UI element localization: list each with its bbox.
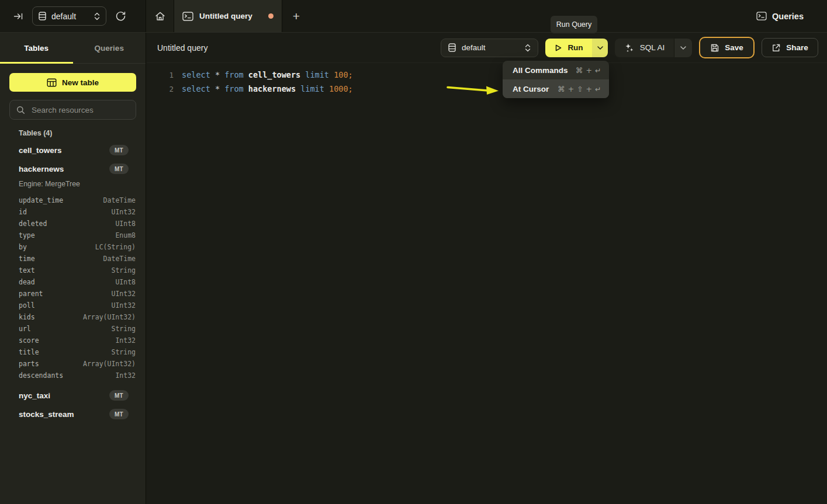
column-row: update_timeDateTime xyxy=(0,194,146,206)
search-box[interactable] xyxy=(9,100,136,120)
column-row: deadUInt8 xyxy=(0,276,146,288)
column-type: LC(String) xyxy=(95,243,136,251)
tab-home[interactable] xyxy=(146,0,174,32)
terminal-icon xyxy=(182,12,193,21)
column-row: typeEnum8 xyxy=(0,230,146,241)
share-button[interactable]: Share xyxy=(762,38,818,57)
column-row: timeDateTime xyxy=(0,253,146,265)
sidebar-tabs: TablesQueries xyxy=(0,33,146,64)
table-name: stocks_stream xyxy=(19,410,74,419)
column-name: update_time xyxy=(19,196,63,204)
run-menu-item-at-cursor[interactable]: At Cursor⌘ + ⇧ + ↵ xyxy=(503,79,609,98)
save-icon xyxy=(710,43,719,53)
column-row: idUInt32 xyxy=(0,206,146,218)
search-input[interactable] xyxy=(30,105,129,115)
queries-button[interactable]: Queries xyxy=(772,12,804,21)
topbar-left-section: default xyxy=(0,0,146,32)
table-item-hackernews[interactable]: hackernewsMT xyxy=(0,159,146,178)
menu-item-shortcut: ⌘ + ↵ xyxy=(576,66,601,75)
column-type: Array(UInt32) xyxy=(83,313,136,321)
column-row: urlString xyxy=(0,323,146,335)
table-item-nyc_taxi[interactable]: nyc_taxiMT xyxy=(0,386,146,405)
database-selector-top[interactable]: default xyxy=(32,6,106,26)
table-item-cell_towers[interactable]: cell_towersMT xyxy=(0,141,146,159)
main-panel: Untitled query default xyxy=(147,33,827,504)
new-table-button[interactable]: New table xyxy=(9,73,136,92)
column-name: title xyxy=(19,348,39,356)
token-op: * xyxy=(215,70,224,79)
column-type: Enum8 xyxy=(115,231,136,239)
run-options-chevron[interactable] xyxy=(592,39,608,57)
menu-item-label: All Commands xyxy=(513,66,568,75)
sidebar-tab-queries[interactable]: Queries xyxy=(73,33,146,63)
code-text: select * from cell_towers limit 100; xyxy=(182,70,353,79)
token-kw: from xyxy=(224,84,248,93)
column-type: String xyxy=(111,325,136,333)
token-kw: limit xyxy=(300,84,329,93)
save-button[interactable]: Save xyxy=(699,37,755,58)
column-row: partsArray(UInt32) xyxy=(0,358,146,370)
table-item-stocks_stream[interactable]: stocks_streamMT xyxy=(0,405,146,423)
column-name: descendants xyxy=(19,371,63,380)
column-type: UInt8 xyxy=(115,278,136,286)
tables-section-header: Tables (4) xyxy=(19,129,146,138)
tab-untitled-query[interactable]: Untitled query xyxy=(174,0,282,32)
new-tab-button[interactable]: + xyxy=(282,0,310,32)
engine-label: Engine: MergeTree xyxy=(0,178,146,190)
token-pun: ; xyxy=(348,70,353,79)
token-tbl: cell_towers xyxy=(248,70,306,79)
engine-badge: MT xyxy=(109,164,129,174)
app-root: default Untitled query + xyxy=(0,0,827,504)
refresh-icon[interactable] xyxy=(115,11,126,22)
sql-ai-chevron[interactable] xyxy=(674,39,692,57)
token-kw: select xyxy=(182,84,215,93)
sidebar-collapse-icon[interactable] xyxy=(13,11,23,22)
queries-icon xyxy=(756,12,767,20)
active-tab-underline xyxy=(0,62,73,64)
column-name: url xyxy=(19,325,31,333)
search-icon xyxy=(16,106,25,114)
sql-ai-button[interactable]: SQL AI xyxy=(615,39,674,57)
token-tbl: hackernews xyxy=(248,84,300,93)
run-menu-item-all-commands[interactable]: All Commands⌘ + ↵ xyxy=(503,61,609,79)
line-number: 2 xyxy=(158,85,174,93)
column-type: Array(UInt32) xyxy=(83,360,136,368)
run-query-tooltip: Run Query xyxy=(551,16,597,33)
resource-list: cell_towersMThackernewsMTEngine: MergeTr… xyxy=(0,141,146,423)
topbar-right-section: Queries xyxy=(756,0,827,32)
sidebar-tab-tables[interactable]: Tables xyxy=(0,33,73,63)
column-name: id xyxy=(19,208,27,216)
column-name: time xyxy=(19,255,35,263)
engine-badge: MT xyxy=(109,409,129,419)
run-menu: All Commands⌘ + ↵At Cursor⌘ + ⇧ + ↵ xyxy=(503,61,609,98)
column-type: UInt32 xyxy=(111,208,136,216)
column-name: parts xyxy=(19,360,39,368)
sidebar: TablesQueries New table Tables (4) cell_… xyxy=(0,33,146,504)
table-name: hackernews xyxy=(19,165,64,173)
unsaved-indicator-dot xyxy=(268,13,274,19)
column-name: poll xyxy=(19,301,35,310)
save-label: Save xyxy=(725,43,743,52)
editor-toolbar: Untitled query default xyxy=(147,33,827,63)
table-name: nyc_taxi xyxy=(19,391,50,400)
column-type: Int32 xyxy=(115,371,136,380)
token-kw: select xyxy=(182,70,215,79)
column-row: scoreInt32 xyxy=(0,335,146,346)
run-button[interactable]: Run xyxy=(545,39,592,57)
line-number: 1 xyxy=(158,71,174,79)
token-num: 100 xyxy=(334,70,348,79)
token-num: 1000 xyxy=(329,84,348,93)
column-row: textString xyxy=(0,265,146,276)
token-pun: ; xyxy=(348,84,353,93)
table-name: cell_towers xyxy=(19,146,62,155)
database-selector-toolbar[interactable]: default xyxy=(441,39,538,57)
new-table-label: New table xyxy=(62,78,99,87)
column-name: by xyxy=(19,243,27,251)
column-type: String xyxy=(111,266,136,274)
token-kw: from xyxy=(224,70,248,79)
menu-item-shortcut: ⌘ + ⇧ + ↵ xyxy=(558,85,601,93)
column-name: type xyxy=(19,231,35,239)
top-bar: default Untitled query + xyxy=(0,0,827,33)
database-icon xyxy=(39,12,46,20)
column-row: pollUInt32 xyxy=(0,300,146,311)
